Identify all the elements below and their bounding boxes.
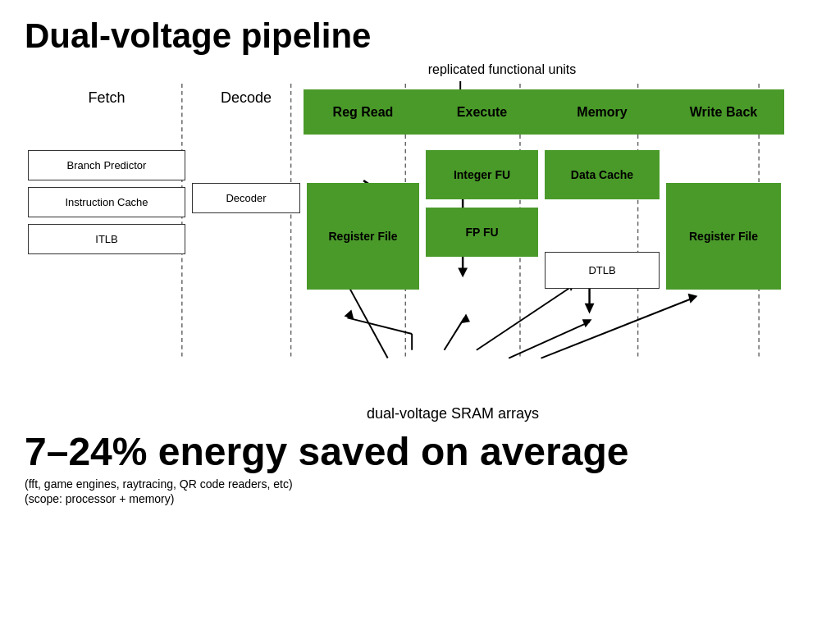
footnote2: (scope: processor + memory): [25, 492, 815, 505]
energy-label: 7–24% energy saved on average: [25, 429, 815, 474]
data-cache-box: Data Cache: [545, 150, 660, 199]
stage-labels-row: Fetch Decode Reg Read Execute Memory: [25, 89, 815, 135]
decode-column: Decoder: [189, 180, 304, 217]
svg-line-21: [445, 317, 465, 349]
fetch-column: Branch Predictor Instruction Cache ITLB: [25, 147, 189, 258]
main-diagram: Fetch Decode Reg Read Execute Memory: [25, 81, 815, 393]
register-file-left-box: Register File: [307, 183, 419, 290]
write-back-box: Write Back: [663, 89, 784, 135]
page-title: Dual-voltage pipeline: [25, 16, 815, 56]
decode-label: Decode: [189, 89, 304, 135]
execute-box: Execute: [422, 89, 541, 135]
register-file-right-box: Register File: [666, 183, 781, 290]
svg-line-19: [347, 317, 412, 334]
integer-fu-box: Integer FU: [426, 150, 538, 199]
svg-marker-17: [585, 304, 595, 314]
bottom-section: dual-voltage SRAM arrays 7–24% energy sa…: [25, 405, 815, 505]
instruction-cache-box: Instruction Cache: [28, 187, 185, 217]
svg-line-27: [541, 298, 695, 358]
diagram-area: replicated functional units: [25, 62, 815, 505]
svg-marker-26: [582, 319, 592, 327]
decoder-box: Decoder: [192, 183, 300, 213]
fp-fu-box: FP FU: [426, 208, 538, 257]
sram-label: dual-voltage SRAM arrays: [90, 405, 815, 422]
dtlb-box: DTLB: [545, 252, 660, 289]
memory-box: Memory: [541, 89, 663, 135]
execute-column: Integer FU FP FU: [422, 147, 541, 260]
sub-components-row: Branch Predictor Instruction Cache ITLB: [25, 147, 815, 293]
svg-line-25: [509, 322, 589, 358]
svg-marker-20: [345, 310, 354, 320]
writeback-column: Register File: [663, 180, 784, 293]
itlb-box: ITLB: [28, 224, 185, 254]
branch-predictor-box: Branch Predictor: [28, 150, 185, 180]
reg-read-box: Reg Read: [304, 89, 422, 135]
memory-column: Data Cache DTLB: [541, 147, 663, 292]
replicated-label: replicated functional units: [189, 62, 815, 77]
page: Dual-voltage pipeline replicated functio…: [0, 0, 840, 630]
footnote1: (fft, game engines, raytracing, QR code …: [25, 477, 815, 491]
svg-line-23: [477, 285, 573, 350]
svg-marker-22: [460, 313, 470, 323]
svg-marker-28: [688, 294, 698, 304]
fetch-label: Fetch: [25, 89, 189, 135]
regread-column: Register File: [304, 180, 422, 293]
